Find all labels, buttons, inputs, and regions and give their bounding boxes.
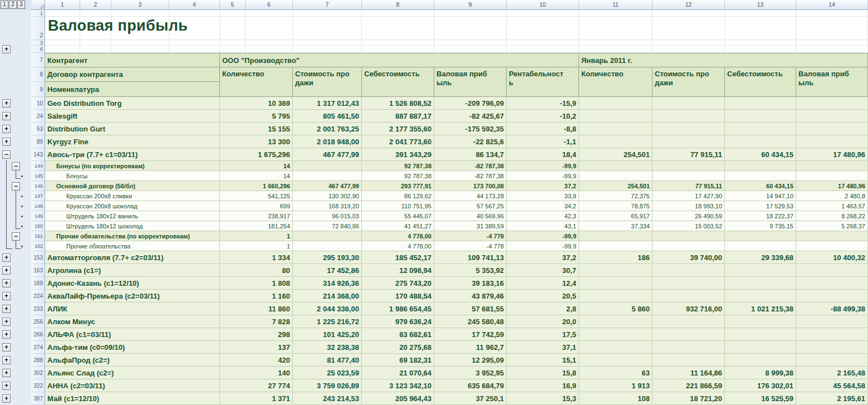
cell-sale-cost[interactable]: 32 238,38 — [293, 341, 362, 354]
cell-sale-cost[interactable]: 805 461,50 — [293, 110, 362, 123]
cell-qty[interactable]: 7 828 — [220, 315, 293, 328]
expand-group-button[interactable]: + — [2, 369, 11, 377]
cell-jan-sale-cost[interactable] — [653, 277, 725, 290]
cell-gross-profit[interactable]: 44 173,28 — [434, 191, 507, 201]
cell-gross-profit[interactable]: 11 962,7 — [434, 341, 507, 354]
empty-cell[interactable] — [169, 46, 220, 53]
cell-margin[interactable]: -15,9 — [507, 97, 579, 110]
cell-sale-cost[interactable]: 168 319,20 — [293, 201, 362, 211]
cell-jan-sale-cost[interactable] — [653, 290, 725, 302]
empty-cell[interactable] — [220, 10, 246, 17]
empty-cell[interactable] — [362, 46, 434, 53]
empty-cell[interactable] — [579, 40, 653, 46]
row-header-163[interactable]: 163 — [31, 264, 45, 277]
cell-name[interactable]: Kyrgyz Fine — [45, 135, 220, 148]
cell-jan-sale-cost[interactable] — [653, 341, 725, 354]
cell-cogs[interactable]: 2 041 773,60 — [362, 135, 434, 148]
cell-gross-profit[interactable]: -82 787,38 — [434, 161, 507, 171]
row-header-6[interactable]: 6 — [31, 46, 45, 53]
cell-jan-cogs[interactable]: 8 999,38 — [725, 367, 796, 379]
measure-header-cell[interactable]: Себестоимость — [725, 67, 796, 97]
cell-jan-sale-cost[interactable]: 18 993,10 — [653, 201, 725, 211]
empty-cell[interactable] — [80, 40, 111, 46]
column-header-8[interactable]: 8 — [362, 0, 434, 10]
cell-cogs[interactable]: 275 743,20 — [362, 277, 434, 290]
cell-qty[interactable]: 298 — [220, 328, 293, 341]
cell-jan-cogs[interactable]: 17 529,53 — [725, 201, 796, 211]
cell-qty[interactable]: 1 675,296 — [220, 148, 293, 161]
row-header-387[interactable]: 387 — [31, 392, 45, 405]
cell-name[interactable]: АННА (с2=03/11) — [45, 379, 220, 392]
cell-qty[interactable]: 1 660,296 — [220, 181, 293, 191]
cell-name[interactable]: Geo Distribution Torg — [45, 97, 220, 110]
cell-name[interactable]: Май (с1=12/10) — [45, 392, 220, 405]
row-header-89[interactable]: 89 — [31, 135, 45, 148]
cell-jan-sale-cost[interactable]: 77 915,11 — [653, 148, 725, 161]
column-header-13[interactable]: 13 — [725, 0, 796, 10]
cell-jan-gross-profit[interactable]: 8 268,22 — [796, 211, 868, 221]
cell-cogs[interactable]: 69 182,31 — [362, 354, 434, 367]
expand-group-button[interactable]: + — [2, 45, 11, 53]
cell-sale-cost[interactable] — [293, 161, 362, 171]
row-header-10[interactable]: 10 — [31, 97, 45, 110]
cell-jan-gross-profit[interactable] — [796, 110, 868, 123]
row-header-53[interactable]: 53 — [31, 123, 45, 135]
contractor-header-cell[interactable]: Контрагент — [45, 53, 220, 67]
row-header-150[interactable]: 150 — [31, 221, 45, 231]
cell-margin[interactable]: 15,8 — [507, 367, 579, 379]
cell-gross-profit[interactable]: -175 592,35 — [434, 123, 507, 135]
cell-jan-qty[interactable] — [579, 123, 653, 135]
cell-cogs[interactable]: 185 452,17 — [362, 251, 434, 264]
cell-jan-sale-cost[interactable] — [653, 315, 725, 328]
measure-header-cell[interactable]: Себестоимость — [362, 67, 434, 97]
cell-jan-gross-profit[interactable]: 10 400,32 — [796, 251, 868, 264]
cell-jan-gross-profit[interactable] — [796, 241, 868, 251]
collapse-group-button[interactable]: − — [12, 162, 20, 170]
column-header-7[interactable]: 7 — [293, 0, 362, 10]
cell-jan-gross-profit[interactable]: 45 564,58 — [796, 379, 868, 392]
cell-gross-profit[interactable]: 40 569,96 — [434, 211, 507, 221]
cell-jan-cogs[interactable]: 14 947,10 — [725, 191, 796, 201]
cell-margin[interactable]: 12,4 — [507, 277, 579, 290]
empty-cell[interactable] — [507, 17, 579, 40]
measure-header-cell[interactable]: Стоимость продажи — [293, 67, 362, 97]
empty-cell[interactable] — [653, 17, 725, 40]
row-header-302[interactable]: 302 — [31, 367, 45, 379]
empty-cell[interactable] — [725, 17, 796, 40]
row-header-274[interactable]: 274 — [31, 341, 45, 354]
cell-jan-cogs[interactable]: 176 302,01 — [725, 379, 796, 392]
cell-gross-profit[interactable]: -4 778 — [434, 231, 507, 241]
cell-jan-sale-cost[interactable] — [653, 161, 725, 171]
measure-header-cell[interactable]: Количество — [579, 67, 653, 97]
column-header-3[interactable]: 3 — [111, 0, 169, 10]
cell-cogs[interactable]: 3 123 342,10 — [362, 379, 434, 392]
empty-cell[interactable] — [725, 40, 796, 46]
cell-qty[interactable]: 541,125 — [220, 191, 293, 201]
cell-qty[interactable]: 80 — [220, 264, 293, 277]
row-header-224[interactable]: 224 — [31, 290, 45, 302]
outline-level-1-button[interactable]: 1 — [1, 1, 8, 9]
cell-jan-gross-profit[interactable]: -88 499,38 — [796, 302, 868, 315]
cell-margin[interactable]: -99,9 — [507, 241, 579, 251]
cell-jan-gross-profit[interactable] — [796, 328, 868, 341]
row-header-7[interactable]: 7 — [31, 53, 45, 67]
cell-jan-gross-profit[interactable]: 2 195,61 — [796, 392, 868, 405]
empty-cell[interactable] — [579, 46, 653, 53]
period-group-header-cell[interactable]: Январь 2011 г. — [579, 53, 868, 67]
cell-qty[interactable]: 1 371 — [220, 392, 293, 405]
cell-qty[interactable]: 1 808 — [220, 277, 293, 290]
cell-sale-cost[interactable]: 467 477,99 — [293, 181, 362, 191]
cell-sale-cost[interactable]: 81 477,40 — [293, 354, 362, 367]
measure-header-cell[interactable]: Рентабельность — [507, 67, 579, 97]
row-header-1[interactable]: 1 — [31, 10, 45, 17]
empty-cell[interactable] — [434, 46, 507, 53]
cell-gross-profit[interactable]: 17 742,59 — [434, 328, 507, 341]
empty-cell[interactable] — [507, 10, 579, 17]
cell-margin[interactable]: 18,4 — [507, 148, 579, 161]
measure-header-cell[interactable]: Количество — [220, 67, 293, 97]
row-header-189[interactable]: 189 — [31, 277, 45, 290]
cell-sale-cost[interactable]: 3 759 026,89 — [293, 379, 362, 392]
row-header-148[interactable]: 148 — [31, 201, 45, 211]
empty-cell[interactable] — [507, 46, 579, 53]
cell-gross-profit[interactable]: 173 700,08 — [434, 181, 507, 191]
